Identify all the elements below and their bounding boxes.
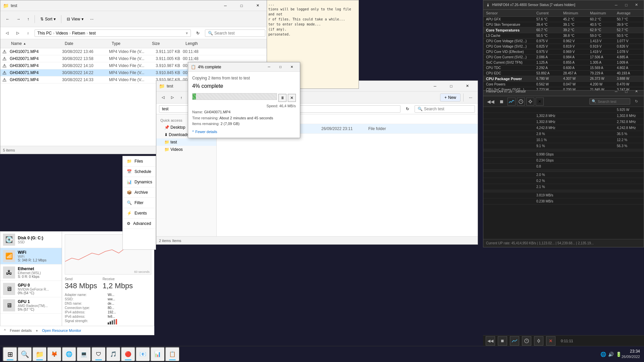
taskbar-chrome[interactable]: 🌐: [62, 347, 76, 362]
hwinfo-clock-icon[interactable]: [522, 336, 531, 346]
file-row[interactable]: ⚠ GH010071.MP4 30/08/2022 13:46 MP4 Vide…: [0, 48, 268, 55]
nav-back-btn[interactable]: ◁: [3, 29, 11, 37]
taskbar-spotify[interactable]: 🎵: [106, 347, 121, 362]
hwinfo-left-arrow[interactable]: ◀◀: [486, 336, 495, 346]
nav-forward-btn[interactable]: ▷: [14, 29, 22, 37]
hw2-max: [589, 170, 615, 171]
fe2-refresh[interactable]: ↻: [403, 105, 412, 113]
tm-device-item[interactable]: 💽 Disk 0 (G: C:) SSD: [0, 232, 62, 248]
tm-device-item[interactable]: 🖥 GPU 1 AMD Radeon(TM)... 5% (57 °C): [0, 297, 62, 314]
hwinfo2-alert-btn[interactable]: ✕: [536, 98, 544, 106]
up-button[interactable]: ↑: [24, 15, 32, 23]
hwinfo2-btn2[interactable]: ⏹: [497, 97, 506, 106]
hwinfo-avg: 4.802 A: [615, 66, 642, 70]
hwinfo2-refresh[interactable]: ↻: [632, 97, 641, 106]
dialog-minimize[interactable]: ─: [264, 63, 274, 71]
hw2-min: [562, 164, 589, 169]
sidebar-item-events[interactable]: ⚡ Events: [123, 208, 156, 219]
tm-adapter-label: Adapter name:: [65, 293, 105, 297]
new-button[interactable]: + New: [440, 94, 461, 102]
taskbar-vpn[interactable]: 🛡: [91, 347, 106, 362]
start-button[interactable]: ⊞: [3, 347, 17, 362]
hwinfo-settings-icon[interactable]: [534, 336, 543, 346]
fe2-sidebar-videos[interactable]: 📁 Videos: [156, 146, 216, 153]
taskbar-amd[interactable]: 🔴: [121, 347, 136, 362]
search-icon: 🔍: [208, 31, 213, 36]
maximize-button[interactable]: □: [234, 1, 249, 11]
view-button[interactable]: ⊟ View ▾: [64, 15, 86, 23]
file-row[interactable]: ⚠ GH020071.MP4 30/08/2022 13:58 MP4 Vide…: [0, 55, 268, 62]
col-type[interactable]: Type: [109, 41, 149, 47]
tm-device-item[interactable]: 🖥 GPU 0 NVIDIA GeForce R... 0% (54 °C): [0, 281, 62, 297]
col-date[interactable]: Date: [62, 41, 109, 47]
dialog-close[interactable]: ✕: [286, 63, 297, 71]
col-name[interactable]: Name ▲: [8, 41, 62, 47]
fe2-minimize[interactable]: ─: [427, 81, 443, 91]
device-sub: NVIDIA GeForce R...: [18, 288, 49, 291]
sidebar-icon: 📦: [127, 190, 132, 195]
device-info: GPU 0 NVIDIA GeForce R... 0% (54 °C): [18, 283, 49, 295]
sidebar-item-archive[interactable]: 📦 Archive: [123, 187, 156, 198]
breadcrumb[interactable]: This PC › Videos › Fietsen › test ▾: [35, 29, 191, 37]
taskbar-firefox[interactable]: 🦊: [47, 347, 62, 362]
fe2-sidebar-test[interactable]: 📁 test: [156, 138, 216, 146]
refresh-button[interactable]: ↻: [194, 29, 202, 37]
fe2-search-input[interactable]: [424, 107, 468, 111]
fe2-more[interactable]: ···: [466, 94, 475, 101]
sidebar-item-dynamics[interactable]: 📊 Dynamics: [123, 177, 156, 187]
fe2-up[interactable]: ↑: [178, 94, 185, 101]
fe2-close[interactable]: ✕: [460, 81, 475, 91]
forward-button[interactable]: →: [14, 15, 23, 23]
nav-up-btn[interactable]: ↑: [24, 30, 32, 37]
hwinfo2-settings-btn[interactable]: [526, 98, 534, 106]
back-button[interactable]: ←: [3, 15, 12, 23]
taskbar-app2[interactable]: 📊: [150, 347, 165, 362]
sort-button[interactable]: ⇅ Sort ▾: [38, 15, 58, 23]
dialog-maximize[interactable]: □: [275, 63, 286, 71]
taskbar-terminal[interactable]: 💻: [76, 347, 91, 362]
hwinfo2-search-input[interactable]: [598, 100, 628, 104]
device-rate: 5% (57 °C): [18, 308, 48, 311]
stop-button[interactable]: ✕: [288, 94, 296, 102]
hwinfo-max: 15.569 A: [589, 66, 615, 70]
hwinfo-play-btn[interactable]: ⏹: [498, 336, 507, 346]
hwinfo-graph-icon[interactable]: [510, 336, 519, 346]
hwinfo2-clock-btn[interactable]: [517, 98, 525, 106]
hwinfo-x-btn[interactable]: ✕: [546, 336, 555, 346]
hwinfo2-row: [483, 190, 644, 192]
tm-receive-label: Receive: [103, 277, 133, 281]
hwinfo2-btn1[interactable]: ◀◀: [486, 97, 495, 106]
hwinfo-max: 17.506 A: [589, 55, 615, 59]
sidebar-item-filter[interactable]: 🔍 Filter: [123, 198, 156, 208]
more-button[interactable]: ···: [88, 15, 96, 23]
fe2-back[interactable]: ◁: [159, 94, 167, 101]
sidebar-label: Filter: [135, 200, 144, 205]
tm-device-item[interactable]: 🖧 Ethernet Ethernet (WSL) S: 0 R: 0 Kbps: [0, 264, 62, 281]
show-desktop-btn[interactable]: [640, 346, 641, 362]
close-button[interactable]: ✕: [250, 1, 265, 11]
col-length[interactable]: Length: [183, 41, 210, 47]
taskbar-search[interactable]: 🔍: [17, 347, 32, 362]
hwinfo-current: 0.975 V: [535, 50, 562, 54]
taskbar-files[interactable]: 📁: [32, 347, 47, 362]
fe2-maximize[interactable]: □: [443, 81, 459, 91]
minimize-button[interactable]: ─: [218, 1, 233, 11]
fewer-details-btn[interactable]: ^ Fewer details: [192, 130, 296, 134]
hw2-label: [485, 158, 535, 163]
taskbar-app3[interactable]: 📋: [165, 347, 180, 362]
tm-device-item[interactable]: 📶 WiFi WiFi S: 348 R: 1,2 Mbps: [0, 248, 62, 264]
tm-fewer-details[interactable]: ^ Fewer details ● Open Resource Monitor: [0, 326, 154, 335]
hwinfo-close[interactable]: ✕: [632, 1, 641, 9]
sidebar-item-schedule[interactable]: 📅 Schedule: [123, 167, 156, 177]
sidebar-item-advanced[interactable]: ⚙ Advanced: [123, 219, 156, 229]
hwinfo2-graph-btn[interactable]: [507, 98, 516, 106]
pause-button[interactable]: ⏸: [278, 94, 286, 102]
fe2-forward[interactable]: ▷: [168, 94, 176, 101]
taskbar-clock[interactable]: 23:34 26/09/2022: [622, 349, 640, 359]
hwinfo-maximize[interactable]: □: [622, 1, 631, 9]
col-size[interactable]: Size: [149, 41, 183, 47]
search-input[interactable]: [214, 31, 255, 36]
hwinfo-minimize[interactable]: ─: [611, 1, 621, 9]
taskbar-mail[interactable]: 📧: [136, 347, 150, 362]
sidebar-item-files[interactable]: 📁 Files: [123, 156, 156, 167]
